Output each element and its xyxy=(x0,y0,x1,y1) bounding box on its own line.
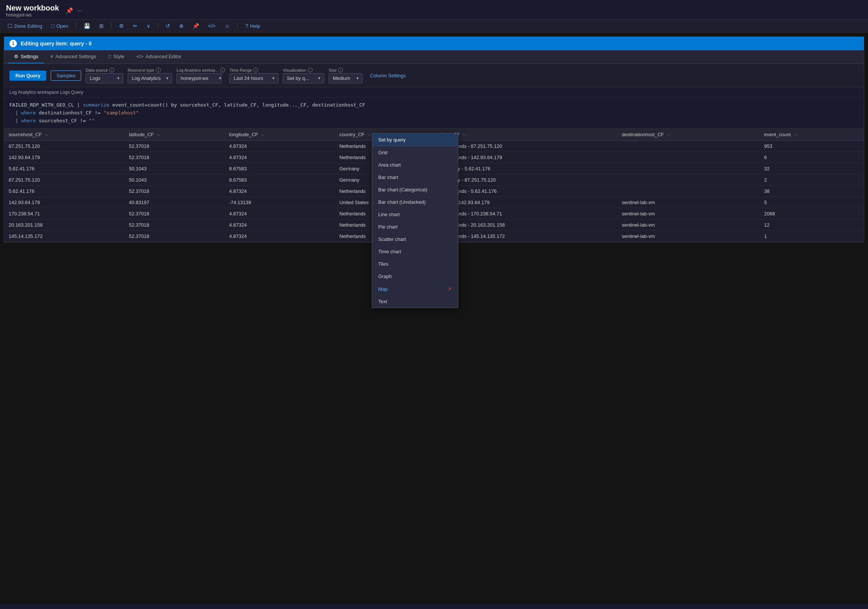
cell-destinationhost_CF xyxy=(617,175,760,186)
tab-advanced-editor[interactable]: </> Advanced Editor xyxy=(130,50,188,63)
cell-latitude_CF: 52.37018 xyxy=(124,152,225,163)
refresh-button[interactable]: ↺ xyxy=(164,22,172,30)
col-header-eventcount[interactable]: event_count ↑↓ xyxy=(760,129,864,141)
done-editing-button[interactable]: ☐ Done Editing xyxy=(6,22,43,30)
visualization-info-icon[interactable]: i xyxy=(308,68,313,73)
emoji-icon: ☺ xyxy=(225,23,230,29)
pin-icon[interactable]: 📌 xyxy=(66,7,73,14)
share-button[interactable]: ⊕ xyxy=(178,22,185,30)
advanced-settings-tab-label: Advanced Settings xyxy=(56,54,96,59)
workspace-info-icon[interactable]: i xyxy=(220,68,225,73)
cell-destinationhost_CF xyxy=(617,141,760,152)
cell-latitude_CF: 52.37018 xyxy=(124,208,225,219)
save-as-icon: ⊞ xyxy=(99,23,104,29)
tab-style[interactable]: □ Style xyxy=(102,50,130,63)
size-label: Size i xyxy=(329,68,363,73)
cell-sourcehost_CF: 20.163.201.158 xyxy=(4,219,124,231)
code-button[interactable]: </> xyxy=(206,22,217,30)
dropdown-item-tiles[interactable]: Tiles xyxy=(372,258,458,270)
size-select[interactable]: Medium xyxy=(329,73,363,83)
dropdown-item-set-by-query[interactable]: Set by query xyxy=(372,134,458,146)
cell-latitude_CF: 50.1043 xyxy=(124,175,225,186)
dropdown-item-graph[interactable]: Graph xyxy=(372,270,458,283)
sort-sourcehost-icon[interactable]: ↑↓ xyxy=(45,133,48,137)
time-range-group: Time Range i Last 24 hours ▼ xyxy=(229,68,278,83)
emoji-button[interactable]: ☺ xyxy=(223,22,231,30)
save-button[interactable]: 💾 xyxy=(82,22,91,30)
resource-type-select[interactable]: Log Analytics xyxy=(128,73,172,83)
chevron-button[interactable]: ∨ xyxy=(145,22,152,30)
cell-longitude_CF: 4.87324 xyxy=(225,231,335,242)
col-header-sourcehost[interactable]: sourcehost_CF ↑↓ xyxy=(4,129,124,141)
workspace-label: Log Analytics worksp... i xyxy=(177,68,225,73)
dropdown-item-line-chart[interactable]: Line chart xyxy=(372,208,458,221)
dropdown-item-time-chart[interactable]: Time chart xyxy=(372,246,458,258)
visualization-select[interactable]: Set by q... xyxy=(283,73,324,83)
data-source-select-wrapper: Logs ▼ xyxy=(86,73,123,83)
resource-type-info-icon[interactable]: i xyxy=(156,68,161,73)
dropdown-item-text[interactable]: Text xyxy=(372,295,458,308)
run-query-button[interactable]: Run Query xyxy=(9,71,46,81)
edit-button[interactable]: ✏ xyxy=(132,22,139,30)
dropdown-item-grid[interactable]: Grid xyxy=(372,146,458,159)
cell-event_count: 12 xyxy=(760,219,864,231)
dropdown-item-map[interactable]: Map ↗ xyxy=(372,283,458,295)
cell-event_count: 32 xyxy=(760,163,864,175)
help-button[interactable]: ? Help xyxy=(244,22,262,30)
dropdown-item-label: Tiles xyxy=(378,261,388,267)
tab-advanced-settings[interactable]: ≡ Advanced Settings xyxy=(44,50,102,63)
sort-label-icon[interactable]: ↑↓ xyxy=(463,133,467,137)
cell-label_CF: Netherlands - 145.14.135.172 xyxy=(436,231,617,242)
cell-longitude_CF: 8.67583 xyxy=(225,163,335,175)
open-button[interactable]: □ Open xyxy=(50,22,70,30)
column-settings-button[interactable]: Column Settings xyxy=(367,71,409,80)
time-range-select[interactable]: Last 24 hours xyxy=(229,73,278,83)
cell-sourcehost_CF: 5.62.41.176 xyxy=(4,163,124,175)
panel-header: 1 Editing query item: query - 0 xyxy=(4,37,864,50)
data-source-info-icon[interactable]: i xyxy=(109,68,114,73)
col-header-latitude[interactable]: latitude_CF ↑↓ xyxy=(124,129,225,141)
workspace-content: 1 Editing query item: query - 0 ⚙ Settin… xyxy=(0,36,868,243)
settings-button[interactable]: ⚙ xyxy=(118,22,126,30)
link-icon: 📌 xyxy=(193,23,199,29)
open-icon: □ xyxy=(51,23,54,29)
dropdown-item-pie-chart[interactable]: Pie chart xyxy=(372,221,458,233)
sort-latitude-icon[interactable]: ↑↓ xyxy=(157,133,160,137)
settings-icon: ⚙ xyxy=(119,23,124,29)
workspace-select[interactable]: honeypot-ws xyxy=(177,73,222,83)
visualization-dropdown: Set by query Grid Area chart Bar chart B… xyxy=(372,133,458,308)
cell-latitude_CF: 50.1043 xyxy=(124,163,225,175)
col-header-destinationhost[interactable]: destinationhost_CF ↑↓ xyxy=(617,129,760,141)
save-as-button[interactable]: ⊞ xyxy=(98,22,105,30)
dropdown-item-area-chart[interactable]: Area chart xyxy=(372,159,458,171)
cell-sourcehost_CF: 87.251.75.120 xyxy=(4,141,124,152)
tab-settings[interactable]: ⚙ Settings xyxy=(8,50,44,63)
cell-label_CF: Netherlands - 142.93.64.179 xyxy=(436,152,617,163)
settings-tab-label: Settings xyxy=(21,54,38,59)
time-range-info-icon[interactable]: i xyxy=(253,68,258,73)
dropdown-item-label: Graph xyxy=(378,274,392,279)
edit-icon: ✏ xyxy=(133,23,138,29)
code-editor[interactable]: FAILED_RDP_WITH_GEO_CL | summarize event… xyxy=(4,97,864,129)
sort-destination-icon[interactable]: ↑↓ xyxy=(666,133,670,137)
dropdown-item-scatter-chart[interactable]: Scatter chart xyxy=(372,233,458,246)
sort-country-icon[interactable]: ↑↓ xyxy=(367,133,371,137)
cell-sourcehost_CF: 5.62.41.176 xyxy=(4,186,124,197)
size-info-icon[interactable]: i xyxy=(338,68,343,73)
col-header-label[interactable]: label_CF ↑↓ xyxy=(436,129,617,141)
sort-longitude-icon[interactable]: ↑↓ xyxy=(261,133,265,137)
dropdown-item-bar-chart-categorical[interactable]: Bar chart (Categorical) xyxy=(372,184,458,196)
samples-button[interactable]: Samples xyxy=(51,71,81,81)
more-icon[interactable]: ··· xyxy=(77,8,82,14)
link-button[interactable]: 📌 xyxy=(191,22,201,30)
cell-destinationhost_CF xyxy=(617,163,760,175)
sort-eventcount-icon[interactable]: ↑↓ xyxy=(794,133,797,137)
advanced-settings-tab-icon: ≡ xyxy=(50,54,53,59)
save-icon: 💾 xyxy=(84,23,90,29)
dropdown-item-bar-chart-unstacked[interactable]: Bar chart (Unstacked) xyxy=(372,196,458,208)
dropdown-item-bar-chart[interactable]: Bar chart xyxy=(372,171,458,184)
dropdown-item-label: Map xyxy=(378,286,388,292)
col-header-longitude[interactable]: longitude_CF ↑↓ xyxy=(225,129,335,141)
cell-latitude_CF: 52.37018 xyxy=(124,141,225,152)
data-source-select[interactable]: Logs xyxy=(86,73,123,83)
